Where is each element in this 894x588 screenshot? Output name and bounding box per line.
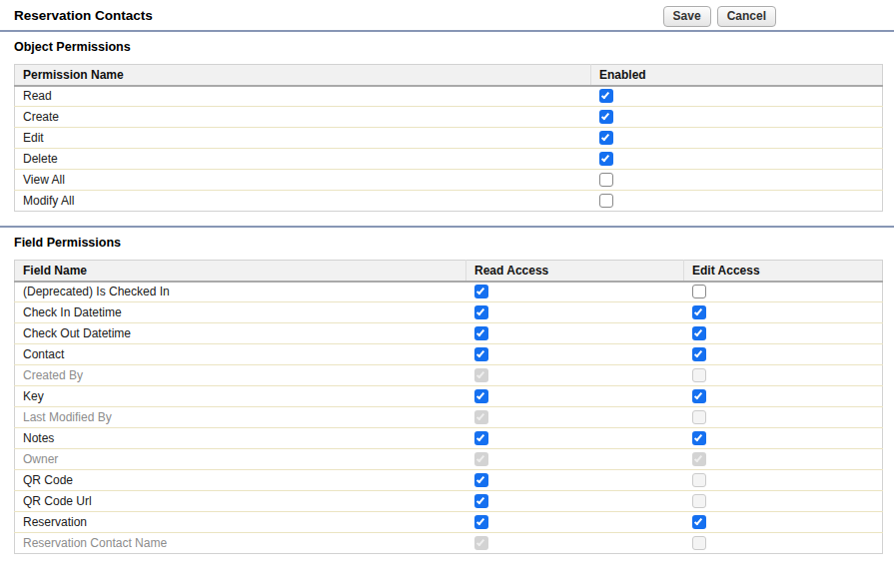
edit-access-checkbox[interactable] <box>692 431 706 445</box>
read-access-cell <box>466 533 684 554</box>
read-access-checkbox[interactable] <box>474 326 488 340</box>
checkmark-icon <box>476 390 484 399</box>
read-access-checkbox[interactable] <box>474 389 488 403</box>
checkmark-icon <box>476 306 484 315</box>
checkmark-icon <box>694 432 702 441</box>
table-row: Check Out Datetime <box>15 323 883 344</box>
edit-access-cell <box>684 302 883 323</box>
table-row: Key <box>15 386 883 407</box>
read-access-checkbox[interactable] <box>474 285 488 298</box>
enabled-cell <box>591 149 883 170</box>
read-access-checkbox[interactable] <box>474 347 488 361</box>
read-access-checkbox[interactable] <box>474 473 488 487</box>
field-name-cell: Reservation <box>15 512 466 533</box>
save-button[interactable]: Save <box>663 6 711 27</box>
read-access-cell <box>466 428 684 449</box>
permission-name-cell: Create <box>15 107 591 128</box>
edit-access-checkbox <box>692 410 706 424</box>
field-name-cell: Contact <box>15 344 466 365</box>
edit-access-checkbox[interactable] <box>692 347 706 361</box>
edit-access-checkbox[interactable] <box>692 305 706 319</box>
enabled-checkbox[interactable] <box>599 194 613 208</box>
checkmark-icon <box>476 287 484 295</box>
table-row: Owner <box>15 449 883 470</box>
enabled-cell <box>591 107 883 128</box>
checkmark-icon <box>601 132 609 141</box>
read-access-cell <box>466 407 684 428</box>
permission-name-cell: Delete <box>15 149 591 170</box>
column-header-permission-name: Permission Name <box>15 65 591 86</box>
edit-access-cell <box>684 365 883 386</box>
checkmark-icon <box>476 516 484 525</box>
read-access-cell <box>466 491 684 512</box>
read-access-checkbox[interactable] <box>474 305 488 319</box>
field-name-cell: Last Modified By <box>15 407 466 428</box>
read-access-checkbox[interactable] <box>474 515 488 529</box>
column-header-enabled: Enabled <box>591 65 883 86</box>
table-row: Check In Datetime <box>15 302 883 323</box>
page-header: Reservation Contacts Save Cancel <box>0 0 894 30</box>
cancel-button[interactable]: Cancel <box>717 6 776 27</box>
checkmark-icon <box>694 306 702 315</box>
edit-access-checkbox[interactable] <box>692 515 706 529</box>
edit-access-cell <box>684 491 883 512</box>
checkmark-icon <box>694 327 702 336</box>
checkmark-icon <box>601 91 609 100</box>
edit-access-checkbox <box>692 473 706 487</box>
enabled-checkbox[interactable] <box>599 152 613 166</box>
checkmark-icon <box>476 453 484 462</box>
read-access-checkbox[interactable] <box>474 431 488 445</box>
checkmark-icon <box>694 453 702 462</box>
read-access-checkbox[interactable] <box>474 494 488 508</box>
edit-access-cell <box>684 282 883 302</box>
field-permissions-table: Field Name Read Access Edit Access (Depr… <box>14 260 883 554</box>
enabled-cell <box>591 128 883 149</box>
table-row: View All <box>15 170 883 191</box>
edit-access-checkbox <box>692 494 706 508</box>
permission-name-cell: View All <box>15 170 591 191</box>
edit-access-checkbox[interactable] <box>692 285 706 298</box>
object-permissions-heading: Object Permissions <box>0 32 894 64</box>
edit-access-cell <box>684 386 883 407</box>
checkmark-icon <box>476 327 484 336</box>
enabled-checkbox[interactable] <box>599 89 613 103</box>
field-name-cell: (Deprecated) Is Checked In <box>15 282 466 302</box>
read-access-cell <box>466 323 684 344</box>
object-permissions-table: Permission Name Enabled ReadCreateEditDe… <box>14 64 883 212</box>
edit-access-checkbox[interactable] <box>692 389 706 403</box>
edit-access-checkbox <box>692 452 706 466</box>
page-title: Reservation Contacts <box>14 8 153 23</box>
table-row: Delete <box>15 149 883 170</box>
read-access-checkbox <box>474 536 488 550</box>
read-access-cell <box>466 449 684 470</box>
table-row: QR Code Url <box>15 491 883 512</box>
column-header-edit-access: Edit Access <box>684 261 883 282</box>
edit-access-cell <box>684 344 883 365</box>
checkmark-icon <box>476 348 484 357</box>
read-access-cell <box>466 512 684 533</box>
checkmark-icon <box>476 495 484 504</box>
table-row: Notes <box>15 428 883 449</box>
read-access-checkbox <box>474 452 488 466</box>
enabled-checkbox[interactable] <box>599 173 613 187</box>
read-access-cell <box>466 282 684 302</box>
checkmark-icon <box>601 111 609 120</box>
object-permissions-header-row: Permission Name Enabled <box>15 65 883 86</box>
permission-name-cell: Edit <box>15 128 591 149</box>
read-access-cell <box>466 470 684 491</box>
enabled-checkbox[interactable] <box>599 131 613 145</box>
permission-name-cell: Read <box>15 86 591 107</box>
field-name-cell: QR Code <box>15 470 466 491</box>
table-row: Edit <box>15 128 883 149</box>
edit-access-cell <box>684 323 883 344</box>
read-access-checkbox <box>474 368 488 382</box>
checkmark-icon <box>694 516 702 525</box>
checkmark-icon <box>476 432 484 441</box>
enabled-checkbox[interactable] <box>599 110 613 124</box>
table-row: QR Code <box>15 470 883 491</box>
table-row: Created By <box>15 365 883 386</box>
edit-access-checkbox[interactable] <box>692 326 706 340</box>
field-name-cell: Notes <box>15 428 466 449</box>
edit-access-cell <box>684 428 883 449</box>
read-access-cell <box>466 365 684 386</box>
